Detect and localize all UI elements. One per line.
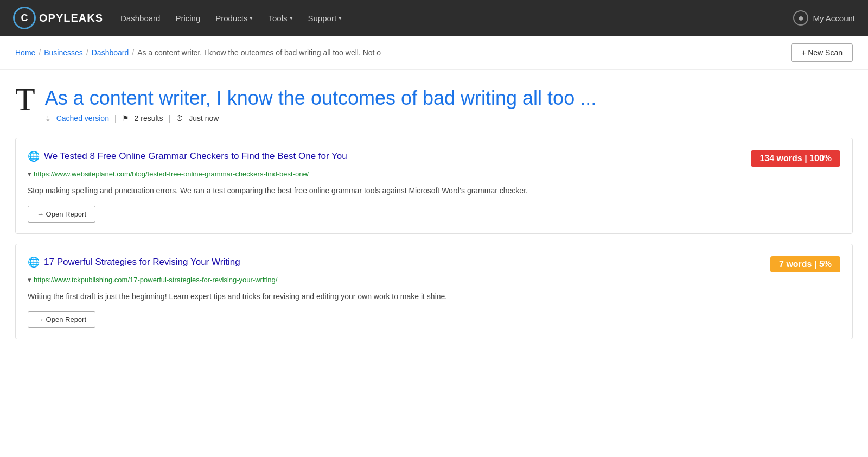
nav-tools[interactable]: Tools ▾ (268, 14, 292, 23)
url-arrow-icon-2: ▾ (28, 276, 31, 284)
result-card-1: 🌐 We Tested 8 Free Online Grammar Checke… (15, 138, 853, 233)
result-url-row-2: ▾ https://www.tckpublishing.com/17-power… (28, 276, 840, 284)
result-title-row-2: 🌐 17 Powerful Strategies for Revising Yo… (28, 256, 240, 268)
breadcrumb-businesses[interactable]: Businesses (44, 48, 83, 57)
breadcrumb-sep-1: / (39, 48, 41, 57)
result-badge-2: 7 words | 5% (770, 256, 840, 272)
brand-circle-logo: C (13, 7, 36, 29)
bookmark-icon: ⚑ (122, 114, 129, 123)
breadcrumb-bar: Home / Businesses / Dashboard / As a con… (0, 36, 868, 70)
text-type-icon: T (15, 83, 35, 116)
breadcrumb-home[interactable]: Home (15, 48, 35, 57)
breadcrumb: Home / Businesses / Dashboard / As a con… (15, 48, 381, 57)
breadcrumb-current: As a content writer, I know the outcomes… (137, 48, 381, 57)
nav-support[interactable]: Support ▾ (308, 14, 342, 23)
result-snippet-1: Stop making spelling and punctuation err… (28, 185, 840, 196)
new-scan-button[interactable]: + New Scan (791, 43, 853, 62)
nav-dashboard[interactable]: Dashboard (120, 14, 160, 23)
result-title-link-1[interactable]: We Tested 8 Free Online Grammar Checkers… (44, 151, 347, 162)
main-content: T As a content writer, I know the outcom… (0, 70, 868, 365)
brand-name: OPYLEAKS (39, 12, 103, 24)
account-label: My Account (813, 14, 855, 23)
result-url-2[interactable]: https://www.tckpublishing.com/17-powerfu… (34, 276, 277, 284)
nav-products[interactable]: Products ▾ (215, 14, 253, 23)
brand-logo-letter: C (21, 12, 28, 24)
scan-header: T As a content writer, I know the outcom… (15, 86, 853, 123)
brand-logo-area[interactable]: C OPYLEAKS (13, 7, 103, 29)
result-url-1[interactable]: https://www.websiteplanet.com/blog/teste… (34, 170, 309, 178)
result-card-2: 🌐 17 Powerful Strategies for Revising Yo… (15, 244, 853, 339)
breadcrumb-sep-3: / (132, 48, 134, 57)
result-header-2: 🌐 17 Powerful Strategies for Revising Yo… (28, 256, 840, 272)
cached-label: Cached version (56, 114, 109, 123)
result-title-row-1: 🌐 We Tested 8 Free Online Grammar Checke… (28, 150, 347, 162)
url-arrow-icon-1: ▾ (28, 170, 31, 178)
scan-meta: ⇣ Cached version | ⚑ 2 results | ⏱ Just … (45, 114, 597, 123)
result-snippet-2: Writing the first draft is just the begi… (28, 290, 840, 302)
open-report-button-1[interactable]: → Open Report (28, 206, 95, 223)
cached-version-link[interactable]: Cached version (56, 114, 109, 123)
products-chevron-icon: ▾ (250, 15, 253, 22)
globe-icon-2: 🌐 (28, 256, 40, 268)
open-report-button-2[interactable]: → Open Report (28, 311, 95, 328)
scan-title: As a content writer, I know the outcomes… (45, 86, 597, 110)
tools-chevron-icon: ▾ (290, 15, 293, 22)
account-icon: ● (793, 10, 808, 26)
meta-sep-1: | (114, 114, 117, 123)
result-title-link-2[interactable]: 17 Powerful Strategies for Revising Your… (44, 257, 240, 268)
scan-time: Just now (189, 114, 219, 123)
clock-icon: ⏱ (176, 114, 183, 123)
breadcrumb-dashboard[interactable]: Dashboard (92, 48, 129, 57)
result-url-row-1: ▾ https://www.websiteplanet.com/blog/tes… (28, 170, 840, 178)
breadcrumb-sep-2: / (86, 48, 88, 57)
globe-icon-1: 🌐 (28, 150, 40, 162)
result-badge-1: 134 words | 100% (751, 150, 840, 167)
account-area[interactable]: ● My Account (793, 10, 855, 26)
download-icon: ⇣ (45, 115, 51, 123)
navbar: C OPYLEAKS Dashboard Pricing Products ▾ … (0, 0, 868, 36)
scan-info: As a content writer, I know the outcomes… (45, 86, 597, 123)
nav-links: Dashboard Pricing Products ▾ Tools ▾ Sup… (120, 14, 793, 23)
meta-sep-2: | (169, 114, 171, 123)
result-header-1: 🌐 We Tested 8 Free Online Grammar Checke… (28, 150, 840, 167)
nav-pricing[interactable]: Pricing (175, 14, 200, 23)
support-chevron-icon: ▾ (339, 15, 342, 22)
results-count: 2 results (135, 114, 163, 123)
